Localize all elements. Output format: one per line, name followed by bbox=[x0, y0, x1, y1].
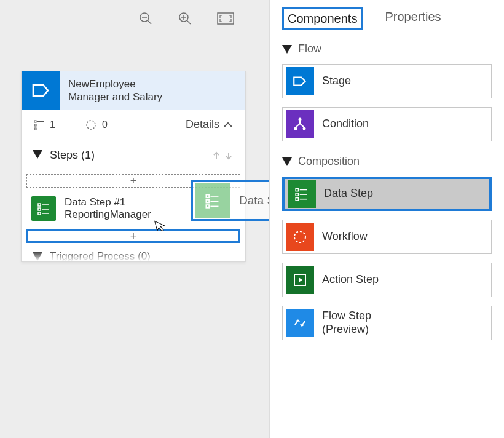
panel-tabs: Components Properties bbox=[282, 7, 492, 30]
triggered-process-label: Triggered Process (0) bbox=[50, 250, 151, 261]
stage-subtitle: Manager and Salary bbox=[68, 91, 162, 103]
svg-line-30 bbox=[300, 124, 304, 127]
component-stage-label: Stage bbox=[322, 74, 351, 88]
svg-point-39 bbox=[294, 231, 305, 242]
stage-header[interactable]: NewEmployee Manager and Salary bbox=[22, 71, 245, 110]
component-workflow[interactable]: Workflow bbox=[282, 220, 492, 254]
steps-header[interactable]: Steps (1) bbox=[22, 140, 245, 170]
zoom-in-icon[interactable] bbox=[178, 11, 192, 26]
tab-properties[interactable]: Properties bbox=[381, 7, 444, 30]
svg-rect-21 bbox=[206, 195, 209, 198]
component-condition[interactable]: Condition bbox=[282, 107, 492, 141]
move-up-icon[interactable] bbox=[211, 150, 222, 161]
zoom-out-icon[interactable] bbox=[138, 11, 153, 26]
component-action-step[interactable]: Action Step bbox=[282, 263, 492, 297]
details-label: Details bbox=[186, 118, 219, 131]
canvas-toolbar bbox=[138, 11, 234, 26]
steps-header-label: Steps (1) bbox=[50, 149, 95, 162]
fields-icon bbox=[34, 119, 45, 130]
svg-rect-19 bbox=[38, 212, 41, 215]
svg-rect-25 bbox=[206, 205, 209, 208]
svg-rect-33 bbox=[296, 188, 298, 191]
component-workflow-label: Workflow bbox=[322, 230, 368, 244]
svg-rect-12 bbox=[34, 128, 36, 130]
fit-screen-icon[interactable] bbox=[217, 12, 234, 25]
stage-icon bbox=[286, 67, 314, 95]
components-panel: Components Properties Flow Stage Conditi… bbox=[269, 0, 504, 438]
svg-line-1 bbox=[148, 20, 151, 24]
stage-title: NewEmployee bbox=[68, 78, 162, 91]
svg-rect-7 bbox=[218, 13, 234, 24]
svg-rect-23 bbox=[206, 200, 209, 203]
data-step-icon bbox=[31, 196, 56, 221]
chevron-up-icon bbox=[223, 121, 233, 129]
action-step-icon bbox=[286, 266, 314, 294]
svg-point-32 bbox=[303, 127, 306, 130]
data-step-icon bbox=[288, 180, 316, 208]
component-flow-step[interactable]: Flow Step (Preview) bbox=[282, 306, 492, 340]
triggered-process-header[interactable]: Triggered Process (0) bbox=[22, 247, 245, 261]
section-composition[interactable]: Composition bbox=[282, 155, 492, 168]
collapse-triangle-icon bbox=[282, 45, 292, 54]
component-condition-label: Condition bbox=[322, 117, 369, 131]
expand-triangle-icon bbox=[33, 252, 42, 261]
component-data-step-label: Data Step bbox=[324, 187, 373, 201]
move-down-icon[interactable] bbox=[223, 150, 234, 161]
stage-card[interactable]: NewEmployee Manager and Salary 1 0 Detai… bbox=[21, 71, 246, 262]
svg-rect-15 bbox=[38, 204, 41, 206]
svg-point-27 bbox=[299, 118, 302, 121]
section-flow-label: Flow bbox=[298, 42, 321, 55]
workflows-count-value: 0 bbox=[102, 119, 108, 130]
component-action-step-label: Action Step bbox=[322, 273, 379, 287]
svg-rect-10 bbox=[34, 124, 36, 126]
workflows-count: 0 bbox=[85, 119, 108, 131]
fields-count: 1 bbox=[34, 119, 55, 130]
svg-rect-17 bbox=[38, 208, 41, 210]
section-flow[interactable]: Flow bbox=[282, 42, 492, 55]
expand-triangle-icon bbox=[33, 150, 42, 159]
section-composition-label: Composition bbox=[298, 155, 360, 168]
stage-stats-row: 1 0 Details bbox=[22, 110, 245, 140]
component-stage[interactable]: Stage bbox=[282, 64, 492, 98]
svg-point-14 bbox=[87, 121, 95, 129]
svg-rect-37 bbox=[296, 198, 298, 201]
tab-components[interactable]: Components bbox=[282, 7, 363, 30]
fields-count-value: 1 bbox=[50, 119, 55, 130]
svg-line-4 bbox=[187, 20, 191, 24]
component-data-step[interactable]: Data Step bbox=[282, 177, 492, 211]
stage-icon bbox=[22, 71, 60, 110]
svg-point-31 bbox=[294, 127, 297, 130]
workflow-icon bbox=[286, 223, 314, 251]
details-toggle[interactable]: Details bbox=[186, 118, 233, 131]
drop-slot-bottom[interactable]: + bbox=[26, 229, 240, 243]
collapse-triangle-icon bbox=[282, 157, 292, 166]
plus-icon: + bbox=[130, 230, 137, 243]
workflow-dashed-icon bbox=[85, 119, 97, 131]
step-name: Data Step #1 bbox=[65, 196, 151, 209]
condition-icon bbox=[286, 110, 314, 138]
plus-icon: + bbox=[130, 175, 137, 188]
component-flow-step-label: Flow Step (Preview) bbox=[322, 309, 371, 336]
svg-line-29 bbox=[296, 124, 300, 127]
step-subtitle: ReportingManager bbox=[65, 209, 151, 221]
svg-rect-35 bbox=[296, 193, 298, 196]
svg-rect-8 bbox=[34, 121, 36, 122]
data-step-icon bbox=[195, 183, 230, 218]
flow-step-icon bbox=[286, 309, 314, 337]
